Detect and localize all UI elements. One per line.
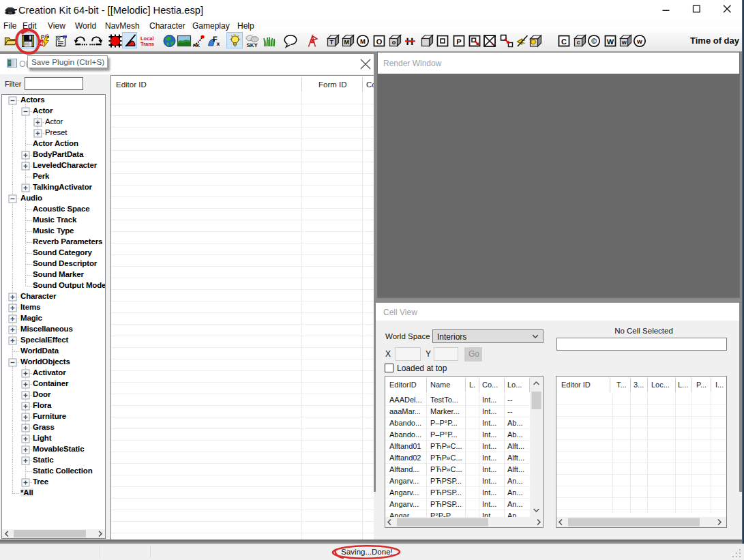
- svg-text:M: M: [360, 38, 366, 46]
- svg-text:x: x: [217, 40, 220, 47]
- svg-text:c: c: [577, 39, 580, 46]
- svg-text:W: W: [607, 38, 614, 46]
- svg-text:H: H: [39, 40, 43, 46]
- svg-text:T: T: [330, 39, 334, 46]
- svg-text:O: O: [376, 38, 383, 46]
- svg-text:C: C: [561, 38, 567, 46]
- svg-text:P: P: [456, 38, 461, 46]
- svg-text:SKY: SKY: [247, 42, 258, 48]
- svg-text:M: M: [344, 39, 349, 46]
- svg-text:©: ©: [591, 38, 597, 46]
- svg-text:w: w: [621, 39, 627, 46]
- svg-text:Trans: Trans: [140, 41, 154, 47]
- svg-text:HK: HK: [193, 44, 200, 48]
- svg-text:w: w: [636, 38, 642, 46]
- svg-text:o: o: [392, 39, 396, 46]
